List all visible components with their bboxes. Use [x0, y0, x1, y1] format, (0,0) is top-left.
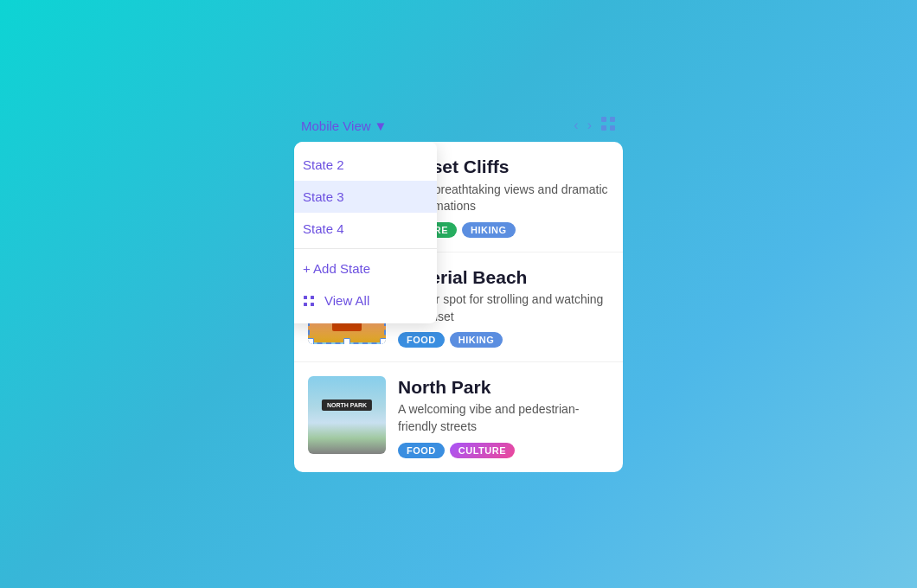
place-tags: FOOD HIKING — [398, 332, 609, 348]
grid-view-icon[interactable] — [600, 116, 616, 135]
tag-food: FOOD — [398, 332, 445, 348]
grid-small-icon — [303, 295, 315, 307]
tag-culture: CULTURE — [450, 443, 515, 458]
tag-food: FOOD — [398, 443, 445, 458]
svg-rect-7 — [311, 303, 314, 306]
place-tags: FOOD CULTURE — [398, 443, 609, 458]
mobile-view-button[interactable]: Mobile View ▼ — [301, 118, 387, 133]
dropdown-divider — [294, 248, 437, 249]
svg-rect-2 — [601, 125, 606, 131]
main-card: State 2 State 3 State 4 + Add State View… — [294, 142, 623, 471]
place-description: A welcoming vibe and pedestrian-friendly… — [398, 401, 609, 435]
place-name: North Park — [398, 376, 609, 398]
svg-rect-0 — [601, 117, 606, 122]
chevron-down-icon: ▼ — [375, 118, 388, 133]
toolbar-right: ‹ › — [574, 116, 616, 135]
svg-rect-4 — [304, 296, 307, 299]
list-item: North Park A welcoming vibe and pedestri… — [294, 362, 623, 471]
prev-button[interactable]: ‹ — [574, 118, 578, 133]
svg-rect-3 — [610, 125, 615, 131]
state-dropdown: State 2 State 3 State 4 + Add State View… — [294, 142, 437, 323]
svg-rect-1 — [610, 117, 615, 122]
tag-hiking: HIKING — [450, 332, 503, 348]
next-button[interactable]: › — [587, 118, 592, 133]
svg-rect-6 — [304, 303, 307, 306]
dropdown-item-state4[interactable]: State 4 — [294, 213, 437, 245]
tag-hiking: HIKING — [462, 222, 516, 238]
toolbar: Mobile View ▼ ‹ › — [294, 116, 623, 142]
dropdown-item-state2[interactable]: State 2 — [294, 149, 437, 181]
mobile-view-label: Mobile View — [301, 118, 371, 133]
place-info-north-park: North Park A welcoming vibe and pedestri… — [398, 376, 609, 457]
place-image-north-park — [308, 376, 386, 454]
view-all-button[interactable]: View All — [294, 284, 437, 316]
dropdown-item-state3[interactable]: State 3 — [294, 181, 437, 213]
add-state-button[interactable]: + Add State — [294, 252, 437, 284]
svg-rect-5 — [311, 296, 314, 299]
